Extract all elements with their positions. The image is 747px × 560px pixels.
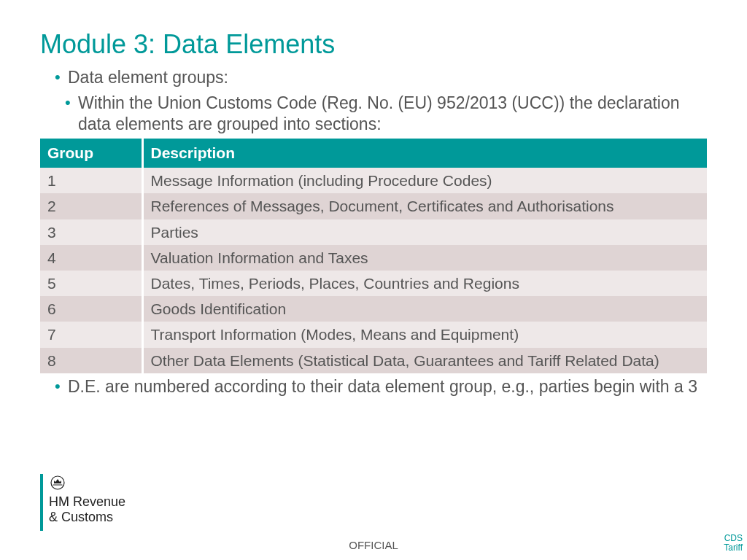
table-header-row: Group Description (40, 139, 707, 168)
table-row: 4 Valuation Information and Taxes (40, 245, 707, 271)
cell-group: 4 (40, 245, 142, 271)
table-row: 5 Dates, Times, Periods, Places, Countri… (40, 271, 707, 296)
logo-text-line2: & Customs (49, 510, 125, 525)
logo-accent-bar (40, 474, 43, 531)
classification-label: OFFICIAL (0, 539, 747, 551)
table-row: 7 Transport Information (Modes, Means an… (40, 322, 707, 347)
crown-icon (49, 474, 125, 493)
table-row: 2 References of Messages, Document, Cert… (40, 193, 707, 219)
cell-group: 5 (40, 271, 142, 296)
cell-group: 7 (40, 322, 142, 347)
table-row: 1 Message Information (including Procedu… (40, 168, 707, 193)
cell-description: Dates, Times, Periods, Places, Countries… (142, 271, 707, 296)
table-row: 3 Parties (40, 219, 707, 245)
cell-group: 3 (40, 219, 142, 245)
cell-group: 8 (40, 348, 142, 373)
table-header-group: Group (40, 139, 142, 168)
cell-description: Parties (142, 219, 707, 245)
cell-group: 2 (40, 193, 142, 219)
side-note: CDS Tariff (718, 534, 743, 553)
table-header-description: Description (142, 139, 707, 168)
hmrc-logo: HM Revenue & Customs (40, 474, 125, 531)
table-row: 6 Goods Identification (40, 296, 707, 322)
cell-group: 6 (40, 296, 142, 322)
cell-group: 1 (40, 168, 142, 193)
cell-description: References of Messages, Document, Certif… (142, 193, 707, 219)
bullet-item: Data element groups: (55, 67, 707, 88)
bullet-item: Within the Union Customs Code (Reg. No. … (65, 93, 707, 135)
table-row: 8 Other Data Elements (Statistical Data,… (40, 348, 707, 373)
cell-description: Other Data Elements (Statistical Data, G… (142, 348, 707, 373)
cell-description: Goods Identification (142, 296, 707, 322)
data-element-groups-table: Group Description 1 Message Information … (40, 139, 707, 373)
page-title: Module 3: Data Elements (40, 29, 707, 60)
bullet-item: D.E. are numbered according to their dat… (55, 376, 707, 397)
cell-description: Transport Information (Modes, Means and … (142, 322, 707, 347)
cell-description: Valuation Information and Taxes (142, 245, 707, 271)
cell-description: Message Information (including Procedure… (142, 168, 707, 193)
logo-text-line1: HM Revenue (49, 494, 125, 510)
